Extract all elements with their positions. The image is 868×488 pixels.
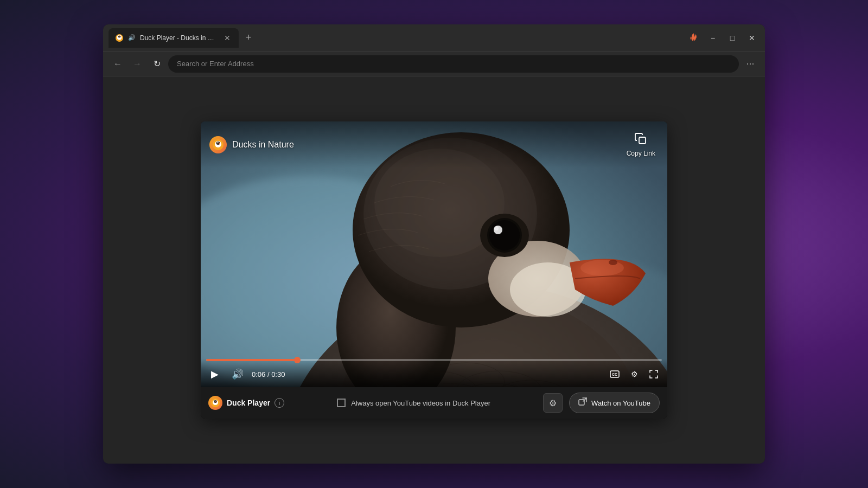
footer-logo-area: Duck Player i — [208, 396, 284, 410]
svg-rect-61 — [579, 400, 584, 405]
svg-point-43 — [489, 220, 520, 251]
browser-window: 🔊 Duck Player - Ducks in Nature ✕ + − □ … — [103, 24, 765, 464]
svg-point-45 — [494, 226, 499, 230]
new-tab-button[interactable]: + — [241, 30, 256, 46]
progress-filled — [206, 359, 297, 361]
tab-close-button[interactable]: ✕ — [222, 33, 232, 43]
video-header-overlay: Ducks in Nature Copy Link — [201, 121, 667, 168]
address-placeholder: Search or Enter Address — [177, 60, 254, 68]
right-controls: CC ⚙ — [607, 366, 662, 382]
duck-player-footer: Duck Player i Always open YouTube videos… — [201, 387, 667, 419]
browser-menu-button[interactable]: ··· — [742, 56, 758, 72]
always-open-checkbox[interactable] — [337, 399, 346, 407]
window-controls: − □ ✕ — [686, 30, 760, 46]
duck-player-container: Ducks in Nature Copy Link — [201, 121, 667, 419]
tab-favicon-icon — [115, 34, 124, 42]
tab-title: Duck Player - Ducks in Nature — [140, 34, 218, 42]
svg-rect-53 — [639, 137, 646, 144]
svg-point-4 — [119, 36, 119, 36]
always-open-label: Always open YouTube videos in Duck Playe… — [351, 399, 490, 407]
progress-bar[interactable] — [206, 359, 662, 361]
footer-brand-name: Duck Player — [227, 399, 270, 407]
tab-audio-icon: 🔊 — [128, 34, 136, 41]
video-title: Ducks in Nature — [232, 140, 294, 150]
back-button[interactable]: ← — [110, 56, 126, 72]
settings-button[interactable]: ⚙ — [626, 366, 642, 382]
copy-link-label: Copy Link — [627, 150, 655, 157]
footer-middle: Always open YouTube videos in Duck Playe… — [291, 399, 537, 407]
volume-button[interactable]: 🔊 — [229, 365, 246, 383]
footer-ddg-logo — [208, 396, 222, 410]
video-title-area: Ducks in Nature — [209, 136, 294, 153]
video-controls: ▶ 🔊 0:06 / 0:30 CC ⚙ — [201, 359, 667, 387]
content-area: Ducks in Nature Copy Link — [103, 76, 765, 464]
svg-text:CC: CC — [612, 373, 617, 376]
svg-point-52 — [218, 142, 218, 143]
svg-point-46 — [580, 260, 624, 276]
active-tab[interactable]: 🔊 Duck Player - Ducks in Nature ✕ — [108, 28, 239, 48]
forward-button[interactable]: → — [129, 56, 145, 72]
watch-on-youtube-button[interactable]: Watch on YouTube — [569, 393, 660, 413]
ddg-flame-icon — [686, 30, 701, 46]
navigation-bar: ← → ↻ Search or Enter Address ··· — [103, 52, 765, 76]
time-display: 0:06 / 0:30 — [252, 370, 601, 378]
address-bar[interactable]: Search or Enter Address — [168, 55, 739, 73]
progress-dot — [294, 357, 301, 363]
minimize-button[interactable]: − — [705, 30, 720, 46]
close-button[interactable]: ✕ — [744, 30, 760, 46]
play-button[interactable]: ▶ — [206, 365, 224, 383]
copy-link-button[interactable]: Copy Link — [623, 129, 659, 160]
external-link-icon — [578, 397, 587, 408]
captions-button[interactable]: CC — [607, 366, 623, 382]
tab-area: 🔊 Duck Player - Ducks in Nature ✕ + — [108, 24, 681, 51]
copy-link-icon — [634, 132, 647, 147]
title-bar: 🔊 Duck Player - Ducks in Nature ✕ + − □ … — [103, 24, 765, 52]
refresh-button[interactable]: ↻ — [149, 56, 165, 72]
maximize-button[interactable]: □ — [725, 30, 740, 46]
watch-youtube-label: Watch on YouTube — [591, 399, 650, 407]
ddg-logo-icon — [209, 136, 227, 153]
svg-point-47 — [609, 260, 617, 265]
svg-point-60 — [215, 401, 215, 401]
footer-settings-button[interactable]: ⚙ — [543, 393, 563, 413]
info-button[interactable]: i — [275, 398, 284, 408]
fullscreen-button[interactable] — [646, 366, 662, 382]
controls-row: ▶ 🔊 0:06 / 0:30 CC ⚙ — [206, 365, 662, 383]
video-wrapper: Ducks in Nature Copy Link — [201, 121, 667, 387]
